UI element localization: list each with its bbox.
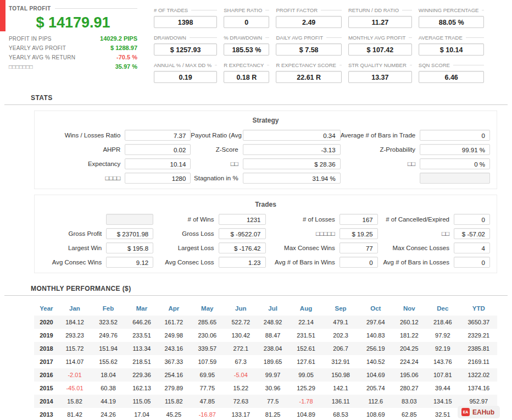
stat-label: # of Cancelled/Expired [378, 216, 454, 223]
trading-report-page: { "colors": { "green": "#2aa32a", "red":… [0, 0, 512, 420]
stats-section-header: STATS [4, 90, 508, 105]
stat-label: Average # of Bars in Trade [341, 132, 420, 139]
month-value-cell: 150.98 [323, 368, 358, 382]
table-row-2019: 2019293.23249.76233.51249.98230.06130.42… [34, 329, 497, 342]
month-value-cell: 142.1 [323, 382, 358, 395]
kpi-label: MONTHLY AVG PROFIT [348, 34, 412, 41]
month-value-cell: 77.5 [257, 395, 288, 408]
year-cell: 2019 [34, 329, 59, 342]
stat-label: Largest Win [41, 245, 106, 251]
stat-stagnation-in: Stagnation in %31.94 % [191, 173, 340, 184]
month-value-cell: 233.51 [126, 329, 158, 342]
kpi-value: $ 7.58 [276, 43, 341, 56]
month-value-cell: 30.96 [257, 382, 288, 395]
stat-label: Max Consec Wins [266, 245, 340, 251]
month-value-cell: 367.33 [158, 355, 190, 368]
month-value-cell: 108.69 [358, 408, 393, 420]
summary-row-yearly-avg-profit: YEARLY AVG PROFIT$ 1288.97 [9, 45, 137, 51]
stat-avg-consec-loss: Avg Consec Loss1.23 [153, 257, 265, 268]
stat-value-box: 167 [340, 214, 378, 225]
year-cell: 2014 [34, 395, 59, 408]
kpi-label: % DRAWDOWN [224, 34, 269, 41]
stat-value-box: 0.02 [125, 144, 191, 155]
stat-row: Expectancy10.14□□$ 28.36□□0 % [41, 158, 490, 169]
kpi-value: 2.49 [276, 16, 341, 28]
month-value-cell: 15.82 [59, 395, 91, 408]
month-value-cell: 323.52 [91, 316, 126, 329]
kpi-daily-avg-profit: DAILY AVG PROFIT$ 7.58 [276, 33, 341, 60]
kpi-sharpe-ratio: SHARPE RATIO0 [224, 5, 269, 33]
kpi-label: # OF TRADES [154, 7, 217, 13]
stat-row: # of Wins1231# of Losses167# of Cancelle… [41, 214, 490, 225]
col-sep: Sep [323, 301, 358, 316]
month-value-cell: 107.59 [190, 355, 225, 368]
stat-label: Avg # of Bars in Losses [378, 259, 454, 266]
month-value-cell: 204.25 [393, 342, 425, 355]
stat-z-score: Z-Score-3.13 [191, 144, 340, 155]
kpi-value: 0 [224, 16, 269, 28]
stat-label: □□ [378, 230, 454, 237]
month-value-cell: 260.12 [393, 316, 425, 329]
month-value-cell: 1322.02 [460, 368, 497, 382]
month-value-cell: 143.76 [425, 355, 460, 368]
month-value-cell: 479.1 [323, 316, 358, 329]
kpi-annual-max-dd: ANNUAL % / MAX DD %0.19 [154, 60, 217, 88]
stat-value-box: 31.94 % [243, 173, 341, 184]
month-value-cell: 249.98 [158, 329, 190, 342]
stat-value-box: 1.23 [219, 257, 266, 268]
month-value-cell: 279.89 [158, 382, 190, 395]
stat-value-box: -3.13 [243, 144, 341, 155]
stat-wins-losses-ratio: Wins / Losses Ratio7.37 [41, 130, 191, 141]
kpi-label: SQN SCORE [419, 62, 485, 68]
stat-avg-of-bars-in-losses: Avg # of Bars in Losses0 [378, 257, 490, 268]
stat-value-box: 0 [454, 257, 490, 268]
kpi-label: STR QUALITY NUMBER [348, 62, 412, 68]
kpi-drawdown: % DRAWDOWN185.53 % [224, 33, 269, 60]
month-value-cell: 181.22 [393, 329, 425, 342]
month-value-cell: 47.85 [190, 395, 225, 408]
kpi-value: 22.61 R [276, 71, 341, 83]
stat-label: Z-Score [191, 146, 242, 153]
month-value-cell: 22.14 [289, 316, 323, 329]
month-value-cell: 69.95 [190, 368, 225, 382]
month-value-cell: 285.65 [190, 316, 225, 329]
month-value-cell: 113.34 [126, 342, 158, 355]
stat-value-box: 0 % [420, 158, 490, 169]
month-value-cell: 293.23 [59, 329, 91, 342]
month-value-cell: 238.04 [257, 342, 288, 355]
stat-label: Largest Loss [153, 245, 218, 251]
month-value-cell: 184.12 [59, 316, 91, 329]
stat-blank [41, 214, 153, 225]
month-value-cell: 127.61 [289, 355, 323, 368]
stat-label: # of Losses [266, 216, 340, 223]
stat-label: □□□□ [41, 175, 125, 181]
month-value-cell: 254.16 [158, 368, 190, 382]
stat-label: Stagnation in % [191, 175, 242, 181]
kpi-value: 185.53 % [224, 43, 269, 56]
month-value-cell: 133.17 [225, 408, 257, 420]
stat-row: AHPR0.02Z-Score-3.13Z-Probability99.91 % [41, 144, 490, 155]
trades-grid: # of Wins1231# of Losses167# of Cancelle… [41, 214, 490, 268]
month-value-cell: 162.13 [126, 382, 158, 395]
col-aug: Aug [289, 301, 323, 316]
stat-average-of-bars-in-trade: Average # of Bars in Trade0 [341, 130, 490, 141]
month-value-cell: 256.19 [358, 342, 393, 355]
month-value-cell: 272.1 [225, 342, 257, 355]
stat-label: Max Consec Losses [378, 245, 454, 251]
stat-value-box: $ 28.36 [243, 158, 341, 169]
stat-value-box: 99.91 % [420, 144, 490, 155]
month-value-cell: 3650.37 [460, 316, 497, 329]
kpi-grid: # OF TRADES1398SHARPE RATIO0PROFIT FACTO… [154, 5, 484, 88]
kpi-label: ANNUAL % / MAX DD % [154, 62, 217, 68]
month-value-cell: -2.01 [59, 368, 91, 382]
stat-value-box: 7.37 [125, 130, 191, 141]
total-profit-value: $ 14179.91 [9, 14, 137, 31]
stat-label: # of Wins [153, 216, 218, 223]
month-value-cell: 62.85 [393, 408, 425, 420]
stat-of-cancelled-expired: # of Cancelled/Expired0 [378, 214, 490, 225]
summary-row-label: PROFIT IN PIPS [9, 36, 52, 42]
eahub-badge[interactable]: EA EAHub [458, 406, 500, 418]
kpi-value: 0.18 R [224, 71, 269, 83]
kpi-label: DRAWDOWN [154, 34, 217, 41]
month-value-cell: 218.46 [425, 316, 460, 329]
